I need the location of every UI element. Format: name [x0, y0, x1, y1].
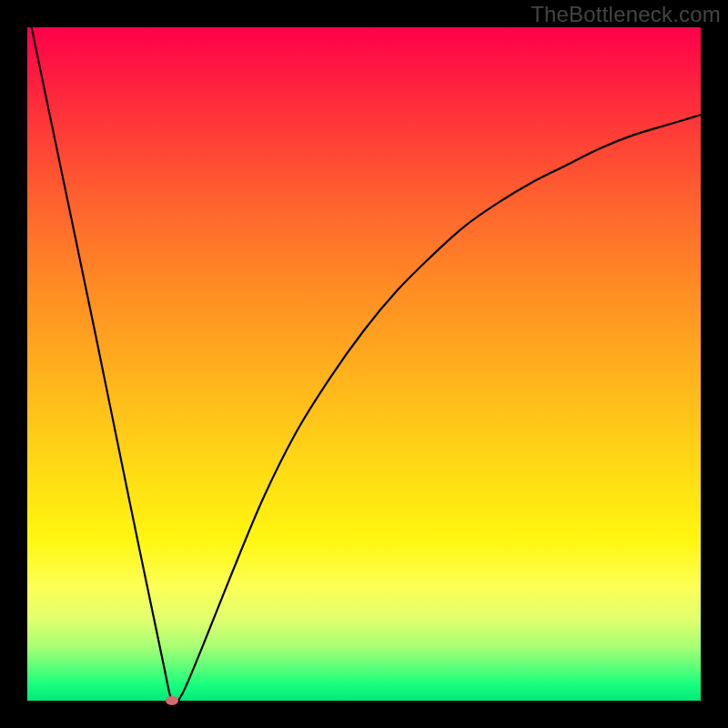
plot-area	[27, 27, 701, 701]
watermark-text: TheBottleneck.com	[531, 2, 721, 27]
bottleneck-curve	[27, 27, 701, 701]
curve-svg	[27, 27, 701, 701]
minimum-marker	[166, 696, 178, 705]
chart-frame: TheBottleneck.com	[0, 0, 728, 728]
